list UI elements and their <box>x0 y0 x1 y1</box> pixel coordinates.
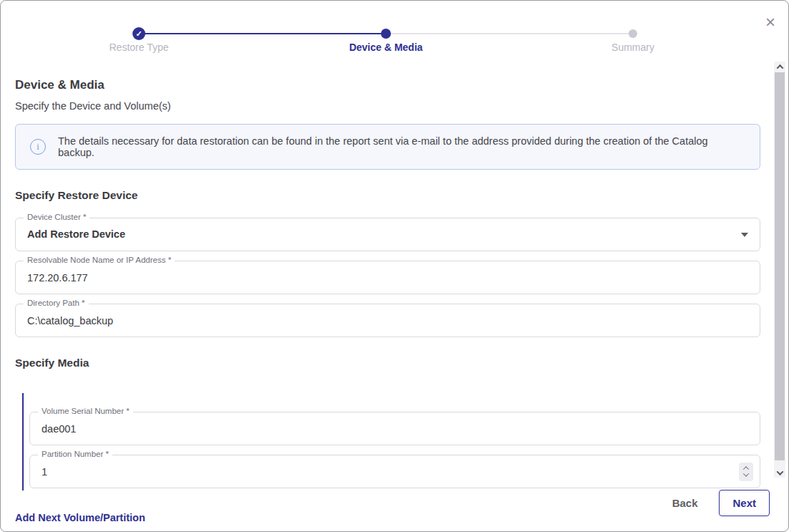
step-summary-dot <box>629 29 637 38</box>
close-icon[interactable]: × <box>765 14 775 31</box>
partition-number-input[interactable] <box>30 455 760 488</box>
scrollbar-up-icon[interactable] <box>774 62 785 72</box>
page-subtitle: Specify the Device and Volume(s) <box>15 100 760 112</box>
number-stepper[interactable] <box>739 463 753 481</box>
device-cluster-value[interactable]: Add Restore Device <box>16 218 760 251</box>
node-address-input[interactable] <box>16 261 760 294</box>
step-label-device-media[interactable]: Device & Media <box>349 42 423 53</box>
add-volume-partition-link[interactable]: Add Next Volume/Partition <box>15 512 145 523</box>
scrollbar-thumb[interactable] <box>775 72 785 460</box>
step-restore-type-check-icon[interactable]: ✓ <box>132 27 145 40</box>
wizard-stepper: ✓ Restore Type Device & Media Summary <box>1 1 788 55</box>
node-address-field: Resolvable Node Name or IP Address * <box>15 261 760 294</box>
info-banner-text: The details necessary for data restorati… <box>58 135 745 158</box>
chevron-down-icon[interactable] <box>741 233 748 237</box>
vertical-scrollbar[interactable] <box>774 62 785 478</box>
node-address-label: Resolvable Node Name or IP Address * <box>24 256 175 264</box>
info-icon: i <box>30 139 46 155</box>
step-device-media-dot[interactable] <box>381 29 391 39</box>
wizard-content: Device & Media Specify the Device and Vo… <box>15 78 760 524</box>
wizard-footer: Back Next <box>672 490 770 516</box>
stepper-line-upcoming <box>386 33 633 34</box>
back-button[interactable]: Back <box>672 497 698 509</box>
directory-path-input[interactable] <box>16 304 760 337</box>
device-cluster-select[interactable]: Device Cluster * Add Restore Device <box>15 218 760 251</box>
check-icon: ✓ <box>135 29 142 39</box>
volume-serial-input[interactable] <box>30 412 760 445</box>
partition-number-field: Partition Number * <box>29 455 760 488</box>
volume-serial-field: Volume Serial Number * <box>29 412 760 445</box>
partition-number-label: Partition Number * <box>38 450 112 458</box>
device-cluster-label: Device Cluster * <box>24 213 89 221</box>
stepper-down-icon[interactable] <box>743 470 749 476</box>
stepper-line-completed <box>139 33 386 34</box>
page-title: Device & Media <box>15 78 760 92</box>
restore-device-heading: Specify Restore Device <box>15 189 760 202</box>
step-label-summary: Summary <box>611 42 654 53</box>
next-button[interactable]: Next <box>719 490 770 516</box>
step-label-restore-type[interactable]: Restore Type <box>109 42 168 53</box>
volume-serial-label: Volume Serial Number * <box>38 407 133 415</box>
media-heading: Specify Media <box>15 357 760 369</box>
directory-path-label: Directory Path * <box>24 299 89 307</box>
volume-partition-group: Volume Serial Number * Partition Number … <box>22 393 760 490</box>
restore-wizard-dialog: ✓ Restore Type Device & Media Summary × … <box>0 0 789 532</box>
directory-path-field: Directory Path * <box>15 304 760 337</box>
scrollbar-down-icon[interactable] <box>774 468 785 478</box>
info-banner: i The details necessary for data restora… <box>15 124 760 170</box>
